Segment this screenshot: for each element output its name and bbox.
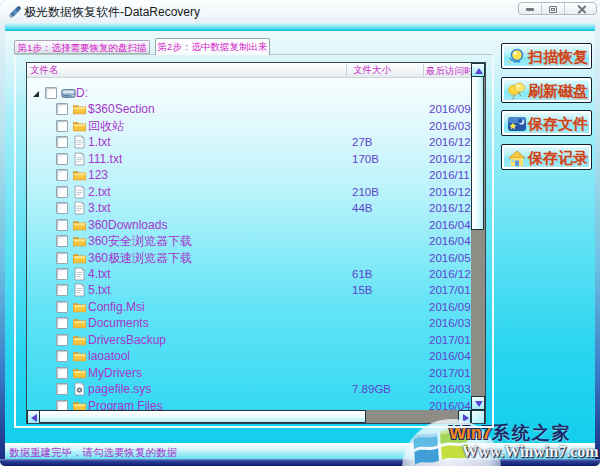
action-button-2[interactable]: 刷新磁盘 xyxy=(501,77,592,103)
title-bar: 极光数据恢复软件-DataRecovery xyxy=(0,0,600,23)
status-bar: 数据重建完毕，请勾选要恢复的数据 xyxy=(5,443,595,459)
scan-recover-icon xyxy=(506,46,528,68)
minimize-icon xyxy=(526,8,534,11)
tab-step2[interactable]: 第2步：选中数据复制出来 xyxy=(155,38,270,55)
save-file-icon xyxy=(506,113,528,135)
refresh-disk-icon xyxy=(506,80,528,102)
action-button-label: 保存记录 xyxy=(528,149,592,168)
tab-page xyxy=(14,54,494,428)
action-button-3[interactable]: 保存文件 xyxy=(501,110,592,136)
status-message: 数据重建完毕，请勾选要恢复的数据 xyxy=(9,446,177,460)
tab-step1[interactable]: 第1步：选择需要恢复的盘扫描 xyxy=(14,40,150,54)
close-button[interactable] xyxy=(565,3,596,14)
action-button-1[interactable]: 扫描恢复 xyxy=(501,43,592,69)
save-record-icon xyxy=(506,147,528,169)
maximize-button[interactable] xyxy=(542,3,565,14)
minimize-button[interactable] xyxy=(519,3,542,14)
action-button-label: 刷新磁盘 xyxy=(528,82,592,101)
window-title: 极光数据恢复软件-DataRecovery xyxy=(24,4,200,21)
app-window: 极光数据恢复软件-DataRecovery 第1步：选择需要恢复的盘扫描 第2步… xyxy=(0,0,600,466)
maximize-icon xyxy=(549,6,557,13)
action-button-4[interactable]: 保存记录 xyxy=(501,144,592,170)
close-icon xyxy=(577,5,586,14)
window-frame-right xyxy=(595,23,600,459)
window-frame-bottom xyxy=(0,459,600,466)
screenshot-stage: 极光数据恢复软件-DataRecovery 第1步：选择需要恢复的盘扫描 第2步… xyxy=(0,0,600,466)
titlebar-accent-strip xyxy=(5,23,595,31)
window-frame-left xyxy=(0,23,5,459)
window-controls xyxy=(518,2,597,15)
app-icon xyxy=(8,5,22,19)
action-button-label: 保存文件 xyxy=(528,115,592,134)
action-button-label: 扫描恢复 xyxy=(528,48,592,67)
